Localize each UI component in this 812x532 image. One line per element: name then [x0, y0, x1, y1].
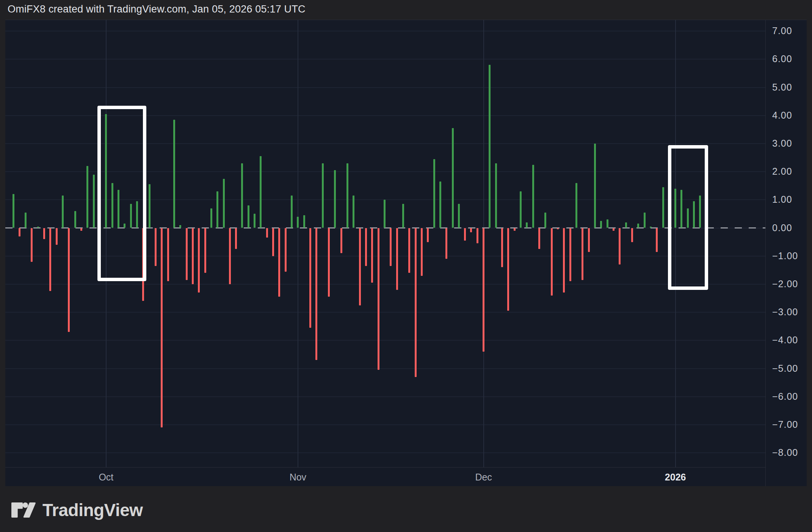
bar-down [340, 228, 342, 253]
time-axis-label: Oct [99, 472, 113, 483]
bar-down [396, 228, 398, 290]
time-axis-label: 2026 [665, 472, 686, 483]
bar-up [439, 182, 441, 228]
bar-up [662, 187, 664, 228]
bar-up [13, 194, 14, 228]
bar-down [551, 228, 553, 296]
bar-down [56, 228, 58, 245]
tradingview-logo-mark-icon [11, 501, 36, 519]
bar-up [37, 227, 39, 228]
bar-up [520, 191, 522, 228]
bar-down [19, 228, 20, 236]
bar-down [619, 228, 621, 264]
bar-up [216, 191, 218, 228]
bar-down [365, 228, 367, 266]
time-axis-label: Dec [475, 472, 492, 483]
gridline-horizontal [5, 31, 765, 31]
bar-down [309, 228, 311, 328]
bar-down [186, 228, 188, 280]
tradingview-logo[interactable]: TradingView [11, 500, 143, 520]
time-axis-label: Nov [290, 472, 306, 483]
bar-down [315, 228, 317, 360]
bar-up [353, 196, 354, 228]
gridline-horizontal [5, 87, 765, 88]
page-frame: OmiFX8 created with TradingView.com, Jan… [0, 0, 812, 532]
chart-widget: 7.006.005.004.003.002.001.000.00−1.00−2.… [5, 20, 807, 486]
bar-up [489, 65, 491, 228]
bar-down [514, 228, 516, 231]
gridline-horizontal [5, 59, 765, 59]
bar-down [569, 228, 571, 282]
bar-up [607, 219, 608, 228]
bar-up [334, 170, 336, 228]
footer: TradingView [0, 486, 812, 532]
bar-down [371, 228, 373, 283]
bar-up [625, 222, 627, 228]
bar-down [427, 228, 429, 242]
bar-up [402, 204, 404, 228]
gridline-month [298, 20, 298, 467]
bar-up [594, 144, 596, 228]
price-axis-label: −7.00 [772, 419, 798, 430]
price-axis-label: −5.00 [772, 363, 798, 374]
time-axis[interactable]: OctNovDec2026 [5, 467, 765, 487]
bar-down [80, 228, 82, 231]
highlight-box[interactable] [668, 145, 708, 290]
bar-up [433, 159, 435, 228]
bar-down [266, 228, 268, 238]
bar-up [291, 196, 293, 228]
gridline-horizontal [5, 396, 765, 397]
bar-up [458, 204, 460, 228]
price-axis-label: 7.00 [772, 25, 792, 36]
bar-down [43, 228, 45, 239]
bar-up [210, 208, 212, 228]
bar-up [303, 215, 305, 228]
bar-down [359, 228, 361, 305]
bar-up [526, 222, 528, 228]
bar-up [93, 175, 95, 228]
bar-up [600, 221, 602, 228]
bar-down [229, 228, 231, 284]
gridline-horizontal [5, 312, 765, 313]
bar-down [415, 228, 417, 377]
bar-down [272, 228, 274, 256]
bar-down [390, 228, 392, 266]
price-axis-label: 5.00 [772, 82, 792, 93]
bar-up [297, 217, 299, 228]
bar-up [62, 196, 64, 228]
price-axis-label: 3.00 [772, 138, 792, 149]
bar-down [235, 228, 237, 249]
bar-up [25, 213, 27, 228]
bar-up [223, 179, 225, 228]
bar-down [31, 228, 33, 262]
chart-title: OmiFX8 created with TradingView.com, Jan… [8, 3, 306, 15]
highlight-box[interactable] [97, 106, 146, 282]
chart-pane[interactable] [5, 20, 765, 467]
bar-up [637, 224, 639, 228]
price-axis-label: 2.00 [772, 166, 792, 177]
bar-down [421, 228, 423, 276]
bar-up [248, 205, 249, 228]
gridline-horizontal [5, 340, 765, 341]
bar-down [192, 228, 194, 284]
bar-up [322, 163, 324, 228]
bar-down [408, 228, 410, 273]
price-axis-label: −8.00 [772, 447, 798, 458]
bar-up [241, 163, 243, 228]
bar-down [278, 228, 280, 297]
bar-up [644, 213, 646, 228]
bar-down [477, 228, 478, 244]
bar-down [167, 228, 169, 282]
bar-up [149, 184, 150, 228]
bar-down [445, 228, 447, 259]
gridline-horizontal [5, 452, 765, 453]
bar-up [544, 213, 546, 228]
price-axis-label: −3.00 [772, 307, 798, 318]
bar-up [173, 120, 175, 228]
chart-header: OmiFX8 created with TradingView.com, Jan… [0, 0, 812, 20]
price-axis-label: −1.00 [772, 250, 798, 261]
bar-down [470, 228, 472, 232]
price-axis[interactable]: 7.006.005.004.003.002.001.000.00−1.00−2.… [765, 20, 807, 487]
price-axis-label: −4.00 [772, 335, 798, 346]
bar-down [68, 228, 70, 332]
